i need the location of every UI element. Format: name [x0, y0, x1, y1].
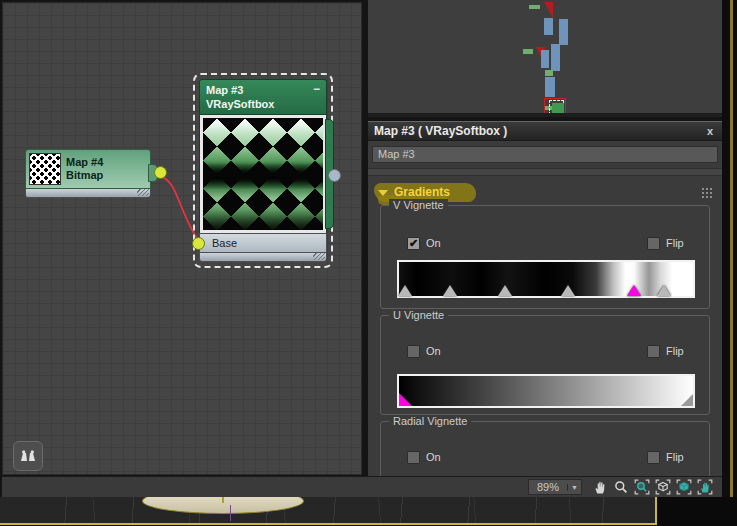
resize-grip-icon[interactable] [137, 189, 149, 196]
base-slot-label: Base [212, 237, 237, 249]
zoom-extents-selected-icon[interactable] [675, 478, 693, 496]
navigator-node-shape [529, 5, 540, 9]
bitmap-output-socket[interactable] [154, 166, 167, 179]
bitmap-node[interactable]: Map #4 Bitmap [25, 149, 151, 198]
navigator-node-shape [541, 50, 549, 68]
u-on-checkbox[interactable]: ✔ [407, 345, 420, 358]
pan-to-selected-icon[interactable] [696, 478, 714, 496]
gradient-fill [399, 376, 693, 406]
bitmap-node-body[interactable]: Map #4 Bitmap [25, 149, 151, 189]
navigator-node-shape [544, 2, 553, 18]
gradient-key-icon[interactable] [398, 285, 412, 296]
bitmap-node-footer[interactable] [25, 189, 151, 198]
v-vignette-gradient-bar[interactable] [397, 260, 695, 298]
gradient-key-icon[interactable] [443, 285, 457, 296]
base-input-socket[interactable] [192, 237, 205, 250]
u-vignette-group: U Vignette ✔ On ✔ Flip [380, 315, 710, 415]
chevron-down-icon[interactable]: ▼ [567, 484, 581, 491]
gradient-key-icon[interactable] [657, 285, 671, 296]
selected-gradient-key-icon[interactable] [399, 393, 412, 406]
window-right-edge [722, 0, 737, 497]
softbox-preview-frame [199, 115, 327, 233]
node-graph-view[interactable]: Map #4 Bitmap Map #3 VRaySoftbox − [2, 2, 362, 475]
parameter-panel-titlebar[interactable]: Map #3 ( VRaySoftbox ) x [368, 121, 722, 141]
softbox-preview-image [203, 118, 323, 230]
rollout-open-arrow-icon[interactable] [378, 190, 388, 196]
resize-grip-icon[interactable] [313, 253, 325, 260]
gradient-key-icon[interactable] [681, 394, 693, 406]
panel-title-text: Map #3 ( VRaySoftbox ) [374, 124, 507, 138]
navigator-node-shape [545, 77, 555, 97]
navigator-node-shape [551, 44, 560, 71]
navigator-node-shape [545, 70, 553, 76]
close-icon[interactable]: x [704, 125, 716, 137]
softbox-output-socket[interactable] [328, 169, 341, 182]
navigator-node-shape [523, 49, 533, 54]
navigator-node-shape [559, 19, 568, 45]
binoculars-icon [19, 449, 37, 463]
navigator-node-shape [552, 103, 564, 113]
navigator-overview-panel[interactable] [368, 0, 722, 117]
softbox-node-title: Map #3 [206, 83, 320, 97]
checkbox-label: Flip [666, 345, 684, 357]
zoom-level-value: 89% [529, 481, 567, 493]
zoom-magnifier-icon[interactable] [612, 478, 630, 496]
outside-viewport-area [657, 497, 737, 526]
rollout-label: Gradients [394, 185, 450, 199]
radial-on-checkbox[interactable]: ✔ [407, 451, 420, 464]
checkbox-label: On [426, 451, 441, 463]
main-viewport-sliver[interactable] [0, 497, 657, 523]
checkbox-label: On [426, 237, 441, 249]
pan-hand-icon[interactable] [591, 478, 609, 496]
pan-zoom-tool-button[interactable] [13, 441, 43, 471]
zoom-extents-icon[interactable] [654, 478, 672, 496]
slate-material-editor: Map #4 Bitmap Map #3 VRaySoftbox − [0, 0, 737, 526]
checkbox-label: On [426, 345, 441, 357]
navigator-node-shape [544, 18, 553, 35]
parameter-panel: Map #3 ( VRaySoftbox ) x Map #3 Gradient… [368, 121, 722, 476]
viewport-border-edge [730, 0, 733, 497]
softbox-node-footer[interactable] [199, 253, 327, 262]
v-on-checkbox[interactable]: ✔ [407, 237, 420, 250]
gradient-key-icon[interactable] [498, 285, 512, 296]
checkbox-label: Flip [666, 237, 684, 249]
v-flip-checkbox[interactable]: ✔ [647, 237, 660, 250]
group-label: U Vignette [389, 309, 448, 321]
group-label: V Vignette [389, 199, 448, 211]
panel-separator [368, 168, 722, 176]
radial-flip-checkbox[interactable]: ✔ [647, 451, 660, 464]
gizmo-axis-line [230, 505, 231, 521]
u-flip-checkbox[interactable]: ✔ [647, 345, 660, 358]
collapse-node-icon[interactable]: − [313, 82, 320, 96]
u-vignette-gradient-bar[interactable] [397, 374, 695, 408]
softbox-node-selected[interactable]: Map #3 VRaySoftbox − Base [199, 79, 327, 262]
group-label: Radial Vignette [389, 415, 471, 427]
preview-checker-pattern [203, 118, 323, 230]
map-name-input[interactable]: Map #3 [372, 146, 718, 163]
editor-statusbar: 89% ▼ [2, 476, 722, 497]
softbox-node-header[interactable]: Map #3 VRaySoftbox − [199, 79, 327, 115]
softbox-node-subtitle: VRaySoftbox [206, 97, 320, 111]
zoom-level-dropdown[interactable]: 89% ▼ [528, 479, 582, 495]
zoom-region-icon[interactable] [633, 478, 651, 496]
base-input-slot[interactable]: Base [199, 233, 327, 253]
selected-gradient-key-icon[interactable] [627, 285, 641, 296]
radial-vignette-group: Radial Vignette ✔ On ✔ Flip [380, 421, 710, 476]
bitmap-thumbnail [29, 153, 61, 185]
bitmap-node-title: Map #4 [66, 156, 103, 169]
v-vignette-group: V Vignette ✔ On ✔ Flip [380, 205, 710, 309]
bitmap-node-subtitle: Bitmap [66, 169, 103, 182]
rollout-drag-grip-icon[interactable] [701, 187, 712, 198]
gradient-key-icon[interactable] [561, 285, 575, 296]
gizmo-tick [222, 497, 224, 503]
checkbox-label: Flip [666, 451, 684, 463]
